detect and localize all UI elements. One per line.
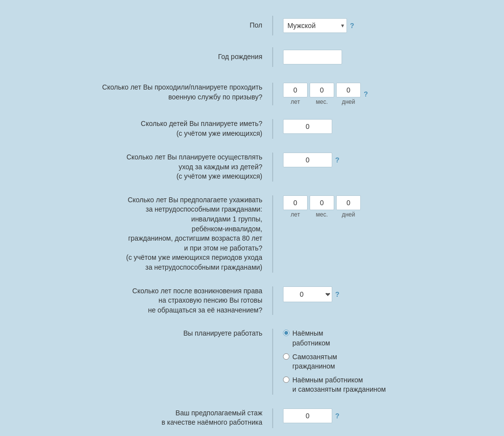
disability-months-label: мес. — [316, 211, 328, 218]
salary-row: Ваша официальная зарплата(рублей в месяц… — [50, 434, 454, 436]
children-row: Сколько детей Вы планируете иметь?(с учё… — [50, 111, 454, 145]
military-help-icon[interactable]: ? — [364, 90, 368, 98]
military-control: 0 лет 0 мес. 0 дней ? — [283, 83, 454, 105]
gender-label: Пол — [50, 21, 272, 31]
pension-delay-control: 0 1 2 3 4 5 ? — [283, 286, 454, 302]
work-type-label: Вы планируете работать — [50, 329, 272, 339]
disability-row: Сколько лет Вы предполагаете ухаживатьза… — [50, 187, 454, 279]
military-days-unit: 0 дней — [336, 83, 361, 105]
disability-control: лет мес. дней — [283, 195, 454, 218]
military-months-unit: 0 мес. — [310, 83, 334, 105]
birth-year-control — [283, 50, 454, 64]
pension-delay-label: Сколько лет после возникновения правана … — [50, 286, 272, 315]
military-months-label: мес. — [316, 98, 328, 105]
experience-label: Ваш предполагаемый стажв качестве наёмно… — [50, 408, 272, 428]
work-type-employee[interactable]: Наёмнымработником — [283, 329, 386, 348]
gender-control: Мужской Женский ? — [283, 18, 454, 33]
work-type-employee-radio[interactable] — [283, 330, 289, 336]
disability-days-input[interactable] — [336, 195, 361, 210]
children-input[interactable]: 0 — [283, 119, 332, 134]
work-type-both[interactable]: Наёмным работникоми самозанятым граждани… — [283, 375, 386, 395]
divider — [272, 47, 273, 67]
divider — [272, 329, 273, 395]
work-type-control: Наёмнымработником Самозанятымгражданином… — [283, 329, 454, 395]
childcare-label: Сколько лет Вы планируете осуществлятьух… — [50, 153, 272, 182]
disability-years-unit: лет — [283, 195, 308, 218]
military-years-unit: 0 лет — [283, 83, 308, 105]
children-control: 0 — [283, 119, 454, 134]
pension-delay-select-wrapper: 0 1 2 3 4 5 — [283, 286, 332, 302]
military-triple-input: 0 лет 0 мес. 0 дней — [283, 83, 361, 105]
disability-label: Сколько лет Вы предполагаете ухаживатьза… — [50, 195, 272, 273]
experience-control: 0 ? — [283, 408, 454, 423]
divider — [272, 83, 273, 105]
military-days-input[interactable]: 0 — [336, 83, 361, 97]
pension-delay-dropdown-container: 0 1 2 3 4 5 ? — [283, 286, 340, 302]
military-label: Сколько лет Вы проходили/планируете прох… — [50, 83, 272, 102]
work-type-self-employed-label: Самозанятымгражданином — [292, 352, 337, 372]
disability-days-unit: дней — [336, 195, 361, 218]
divider — [272, 153, 273, 182]
military-row: Сколько лет Вы проходили/планируете прох… — [50, 73, 454, 111]
experience-input[interactable]: 0 — [283, 408, 332, 423]
military-days-label: дней — [342, 98, 355, 105]
divider — [272, 119, 273, 139]
gender-help-icon[interactable]: ? — [350, 22, 354, 30]
work-type-row: Вы планируете работать Наёмнымработником… — [50, 321, 454, 401]
divider — [272, 16, 273, 35]
military-years-label: лет — [291, 98, 300, 105]
pension-delay-row: Сколько лет после возникновения правана … — [50, 279, 454, 321]
birth-year-row: Год рождения — [50, 41, 454, 73]
work-type-both-label: Наёмным работникоми самозанятым граждани… — [292, 375, 386, 395]
disability-years-label: лет — [291, 211, 300, 218]
birth-year-input[interactable] — [283, 50, 342, 64]
divider — [272, 286, 273, 315]
disability-years-input[interactable] — [283, 195, 308, 210]
gender-select-wrapper: Мужской Женский — [283, 18, 347, 33]
divider — [272, 195, 273, 273]
military-years-input[interactable]: 0 — [283, 83, 308, 97]
birth-year-label: Год рождения — [50, 52, 272, 62]
military-months-input[interactable]: 0 — [310, 83, 334, 97]
work-type-both-radio[interactable] — [283, 376, 289, 383]
pension-delay-help-icon[interactable]: ? — [335, 290, 340, 298]
disability-months-input[interactable] — [310, 195, 334, 210]
work-type-self-employed[interactable]: Самозанятымгражданином — [283, 352, 386, 372]
divider — [272, 408, 273, 428]
gender-select[interactable]: Мужской Женский — [283, 18, 347, 33]
childcare-control: 0 ? — [283, 153, 454, 167]
pension-delay-select[interactable]: 0 1 2 3 4 5 — [283, 286, 332, 302]
disability-days-label: дней — [342, 211, 355, 218]
disability-months-unit: мес. — [310, 195, 334, 218]
childcare-input[interactable]: 0 — [283, 153, 332, 167]
experience-row: Ваш предполагаемый стажв качестве наёмно… — [50, 401, 454, 434]
gender-row: Пол Мужской Женский ? — [50, 10, 454, 41]
experience-help-icon[interactable]: ? — [335, 412, 340, 420]
work-type-self-employed-radio[interactable] — [283, 353, 289, 360]
disability-triple-input: лет мес. дней — [283, 195, 361, 218]
childcare-row: Сколько лет Вы планируете осуществлятьух… — [50, 145, 454, 187]
childcare-help-icon[interactable]: ? — [335, 156, 340, 164]
children-label: Сколько детей Вы планируете иметь?(с учё… — [50, 119, 272, 138]
work-type-employee-label: Наёмнымработником — [292, 329, 330, 348]
work-type-radio-group: Наёмнымработником Самозанятымгражданином… — [283, 329, 386, 395]
